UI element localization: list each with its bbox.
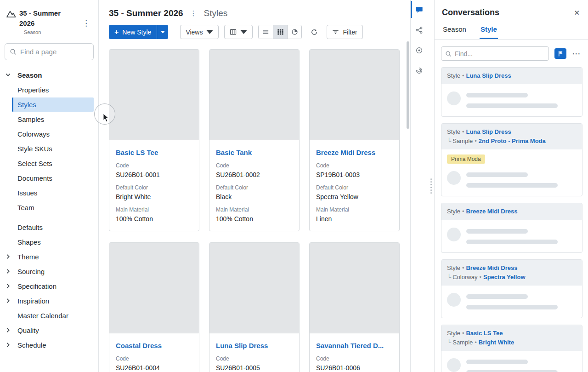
page-title: Styles xyxy=(204,8,228,18)
refresh-button[interactable] xyxy=(307,25,321,39)
default-color-value: Bright White xyxy=(116,193,192,200)
workspace-titles: 35 - Summer 2026 Season xyxy=(19,8,71,35)
app-window: 35 - Summer 2026 Season ⋮ Season Propert… xyxy=(0,0,588,372)
new-style-button[interactable]: + New Style xyxy=(109,25,168,39)
branch-icon: └ xyxy=(447,274,451,280)
sidebar-item-master-calendar[interactable]: Master Calendar xyxy=(0,309,98,323)
chat-icon xyxy=(415,6,423,14)
conversations-tabs: Season Style xyxy=(435,21,588,40)
bullet-separator-icon: • xyxy=(462,72,464,79)
sidebar: 35 - Summer 2026 Season ⋮ Season Propert… xyxy=(0,0,99,372)
columns-dropdown[interactable] xyxy=(224,25,253,39)
chevron-right-icon[interactable] xyxy=(5,269,11,275)
style-card[interactable]: Luna Slip Dress Code SU26B01-0005 xyxy=(209,242,300,372)
sidebar-item-style-skus[interactable]: Style SKUs xyxy=(0,142,98,156)
conversation-card[interactable]: Style•Luna Slip Dress xyxy=(441,67,582,117)
workspace-header: 35 - Summer 2026 Season ⋮ xyxy=(0,0,98,37)
share-rail-button[interactable] xyxy=(411,25,428,35)
sidebar-item-properties[interactable]: Properties xyxy=(0,83,98,97)
conversation-style-link[interactable]: Luna Slip Dress xyxy=(466,128,511,135)
code-label: Code xyxy=(216,355,293,362)
style-image-placeholder xyxy=(310,50,399,140)
more-options-icon[interactable]: ⋯ xyxy=(572,49,581,58)
code-value: SP19B01-0003 xyxy=(316,171,393,178)
style-name-link[interactable]: Luna Slip Dress xyxy=(216,342,293,349)
spiral-rail-button[interactable] xyxy=(411,65,428,76)
sidebar-item-defaults[interactable]: Defaults xyxy=(0,220,98,235)
conversation-style-link[interactable]: Breeze Midi Dress xyxy=(466,264,517,271)
bullet-separator-icon: • xyxy=(475,339,477,346)
close-icon[interactable]: ✕ xyxy=(574,9,580,17)
bullet-separator-icon: • xyxy=(462,330,464,337)
sidebar-item-team[interactable]: Team xyxy=(0,200,98,215)
style-name-link[interactable]: Basic LS Tee xyxy=(116,149,192,156)
sidebar-item-inspiration[interactable]: Inspiration xyxy=(0,294,98,308)
chevron-right-icon[interactable] xyxy=(5,283,11,289)
sidebar-item-styles[interactable]: Styles xyxy=(0,97,98,112)
sidebar-search[interactable] xyxy=(5,43,94,60)
find-page-input[interactable] xyxy=(20,48,89,56)
sidebar-item-shapes[interactable]: Shapes xyxy=(0,235,98,249)
style-card[interactable]: Coastal Dress Code SU26B01-0004 xyxy=(109,242,199,372)
style-card[interactable]: Basic LS Tee Code SU26B01-0001 Default C… xyxy=(109,49,199,231)
conversation-style-link[interactable]: Luna Slip Dress xyxy=(466,72,511,79)
tab-season[interactable]: Season xyxy=(442,21,467,39)
sidebar-item-colorways[interactable]: Colorways xyxy=(0,127,98,141)
avatar xyxy=(447,293,461,307)
conversations-search[interactable] xyxy=(441,46,549,61)
search-icon xyxy=(445,51,452,57)
toolbar: + New Style Views xyxy=(99,23,410,46)
style-card[interactable]: Basic Tank Code SU26B01-0002 Default Col… xyxy=(209,49,300,231)
sidebar-item-schedule[interactable]: Schedule xyxy=(0,338,98,352)
conversation-card[interactable]: Style•Breeze Midi Dress xyxy=(441,203,582,252)
target-rail-button[interactable] xyxy=(411,45,428,56)
list-view-button[interactable] xyxy=(259,25,273,39)
sidebar-item-quality[interactable]: Quality xyxy=(0,323,98,338)
panel-resize-handle[interactable] xyxy=(428,0,434,372)
views-dropdown[interactable]: Views xyxy=(180,25,219,39)
sidebar-item-theme[interactable]: Theme xyxy=(0,250,98,264)
new-conversation-button[interactable] xyxy=(554,48,566,59)
style-name-link[interactable]: Basic Tank xyxy=(216,149,293,156)
style-name-link[interactable]: Coastal Dress xyxy=(116,342,192,349)
caret-down-icon xyxy=(240,29,247,35)
style-name-link[interactable]: Breeze Midi Dress xyxy=(316,149,393,156)
sidebar-item-samples[interactable]: Samples xyxy=(0,112,98,126)
workspace-menu-icon[interactable]: ⋮ xyxy=(82,18,90,28)
sidebar-item-issues[interactable]: Issues xyxy=(0,186,98,200)
tab-style[interactable]: Style xyxy=(480,21,498,39)
conversation-sample-link[interactable]: 2nd Proto - Prima Moda xyxy=(479,137,546,144)
sidebar-item-sourcing[interactable]: Sourcing xyxy=(0,264,98,279)
chevron-right-icon[interactable] xyxy=(5,298,11,304)
grid-view-button[interactable] xyxy=(273,25,287,39)
conversation-card[interactable]: Style•Basic LS Tee └Sample•Bright White xyxy=(441,325,582,372)
sidebar-item-season[interactable]: Season xyxy=(0,68,98,82)
conversation-style-link[interactable]: Basic LS Tee xyxy=(466,330,503,337)
title-menu-icon[interactable]: ⋮ xyxy=(190,9,197,17)
chevron-right-icon[interactable] xyxy=(5,342,11,348)
filter-button[interactable]: Filter xyxy=(327,25,362,39)
conversation-card[interactable]: Style•Breeze Midi Dress └Colorway•Spectr… xyxy=(441,259,582,318)
conversation-colorway-link[interactable]: Spectra Yellow xyxy=(483,274,526,280)
conversation-sample-link[interactable]: Bright White xyxy=(479,339,514,346)
chevron-right-icon[interactable] xyxy=(5,254,11,260)
style-name-link[interactable]: Savannah Tiered D... xyxy=(316,342,393,349)
conversation-style-link[interactable]: Breeze Midi Dress xyxy=(466,208,517,215)
chart-view-button[interactable] xyxy=(287,25,301,39)
chevron-down-icon[interactable] xyxy=(5,72,11,78)
conversations-find-input[interactable] xyxy=(455,50,545,57)
style-card[interactable]: Breeze Midi Dress Code SP19B01-0003 Defa… xyxy=(309,49,400,231)
refresh-icon xyxy=(311,29,318,36)
conversation-card[interactable]: Style•Luna Slip Dress └Sample•2nd Proto … xyxy=(441,123,582,196)
sidebar-item-select-sets[interactable]: Select Sets xyxy=(0,156,98,171)
sidebar-item-specification[interactable]: Specification xyxy=(0,279,98,293)
default-color-label: Default Color xyxy=(216,184,293,191)
new-style-dropdown-button[interactable] xyxy=(157,25,168,39)
sidebar-item-documents[interactable]: Documents xyxy=(0,171,98,185)
chevron-right-icon[interactable] xyxy=(5,327,11,333)
style-image-placeholder xyxy=(209,50,299,140)
style-card[interactable]: Savannah Tiered D... Code SU26B01-0006 xyxy=(309,242,400,372)
conversations-rail-button[interactable] xyxy=(411,5,428,15)
vertical-scrollbar[interactable] xyxy=(407,41,409,129)
avatar xyxy=(447,171,461,185)
